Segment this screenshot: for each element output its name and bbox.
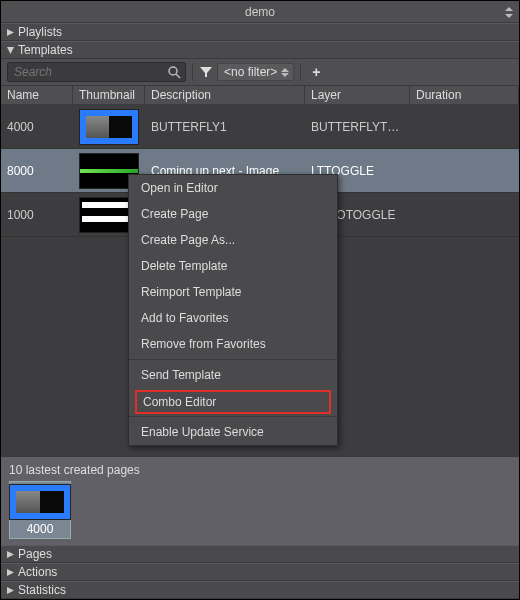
caret-down-icon (7, 47, 14, 54)
spinner-icon (281, 68, 289, 77)
chevron-up-icon (505, 7, 513, 11)
svg-marker-5 (7, 551, 14, 558)
menu-item[interactable]: Reimport Template (129, 279, 337, 305)
section-statistics[interactable]: Statistics (1, 581, 519, 599)
chevron-down-icon (505, 14, 513, 18)
menu-item[interactable]: Send Template (129, 362, 337, 388)
cell-description: BUTTERFLY1 (145, 120, 305, 134)
search-icon (167, 65, 181, 79)
cell-layer: BUTTERFLYTO... (305, 120, 410, 134)
section-actions[interactable]: Actions (1, 563, 519, 581)
recent-pages-panel: 10 lastest created pages 4000 (1, 456, 519, 545)
menu-item[interactable]: Delete Template (129, 253, 337, 279)
context-menu: Open in EditorCreate PageCreate Page As.… (128, 174, 338, 446)
filter-control[interactable]: <no filter> (199, 62, 294, 82)
window-title: demo (245, 5, 275, 19)
separator (300, 63, 301, 81)
section-pages[interactable]: Pages (1, 545, 519, 563)
svg-line-3 (176, 74, 180, 78)
menu-item[interactable]: Add to Favorites (129, 305, 337, 331)
section-label: Statistics (18, 583, 66, 597)
filter-dropdown[interactable]: <no filter> (217, 63, 294, 81)
menu-item[interactable]: Open in Editor (129, 175, 337, 201)
filter-value: <no filter> (224, 65, 277, 79)
recent-pages-label: 10 lastest created pages (9, 461, 511, 481)
caret-right-icon (7, 551, 14, 558)
svg-marker-6 (7, 569, 14, 576)
section-label: Playlists (18, 25, 62, 39)
caret-right-icon (7, 569, 14, 576)
caret-right-icon (7, 29, 14, 36)
svg-marker-1 (7, 47, 14, 54)
add-button[interactable]: + (307, 63, 325, 81)
search-input[interactable] (12, 64, 167, 80)
col-thumbnail[interactable]: Thumbnail (73, 85, 145, 105)
col-name[interactable]: Name (1, 85, 73, 105)
separator (192, 63, 193, 81)
recent-page-caption: 4000 (27, 522, 54, 536)
recent-pages-items: 4000 (9, 481, 511, 545)
templates-toolbar: <no filter> + (1, 59, 519, 85)
window-drag-handle[interactable] (503, 1, 515, 23)
caret-right-icon (7, 587, 14, 594)
col-layer[interactable]: Layer (305, 85, 410, 105)
section-templates[interactable]: Templates (1, 41, 519, 59)
recent-page-item[interactable]: 4000 (9, 481, 71, 539)
table-row[interactable]: 4000BUTTERFLY1BUTTERFLYTO... (1, 105, 519, 149)
cell-thumbnail (73, 109, 145, 145)
section-label: Pages (18, 547, 52, 561)
titlebar: demo (1, 1, 519, 23)
col-duration[interactable]: Duration (410, 85, 519, 105)
menu-item[interactable]: Create Page (129, 201, 337, 227)
filter-icon (199, 65, 213, 79)
cell-name: 4000 (1, 120, 73, 134)
svg-point-2 (169, 67, 177, 75)
section-playlists[interactable]: Playlists (1, 23, 519, 41)
search-box[interactable] (7, 62, 186, 82)
cell-name: 1000 (1, 208, 73, 222)
column-headers: Name Thumbnail Description Layer Duratio… (1, 85, 519, 105)
menu-item[interactable]: Create Page As... (129, 227, 337, 253)
menu-item[interactable]: Enable Update Service (129, 419, 337, 445)
menu-item[interactable]: Combo Editor (135, 390, 331, 414)
app-window: demo Playlists Templates (0, 0, 520, 600)
section-label: Templates (18, 43, 73, 57)
svg-marker-0 (7, 29, 14, 36)
svg-marker-4 (200, 67, 212, 77)
plus-icon: + (312, 64, 320, 80)
cell-name: 8000 (1, 164, 73, 178)
section-label: Actions (18, 565, 57, 579)
menu-item[interactable]: Remove from Favorites (129, 331, 337, 357)
svg-marker-7 (7, 587, 14, 594)
col-description[interactable]: Description (145, 85, 305, 105)
